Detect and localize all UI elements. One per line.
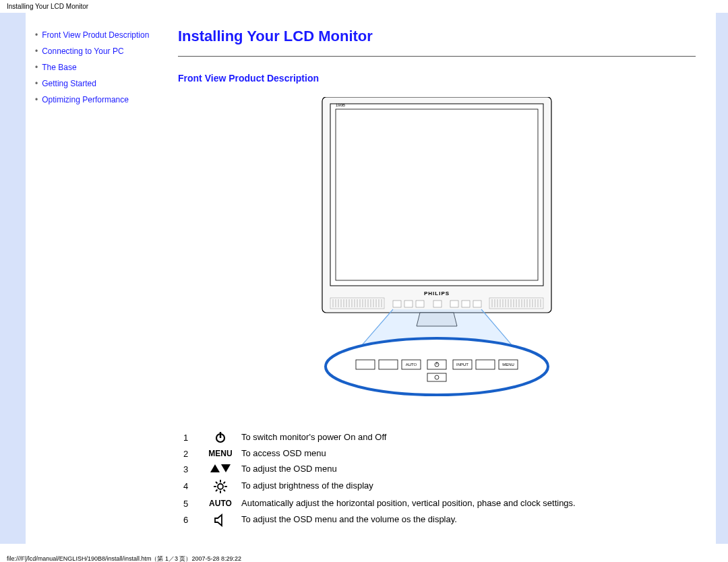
svg-line-76 bbox=[224, 489, 226, 491]
svg-rect-59 bbox=[476, 360, 495, 369]
power-icon bbox=[204, 431, 237, 444]
svg-line-77 bbox=[216, 489, 218, 491]
legend-row-1: 1 To switch monitor's power On and Off bbox=[179, 429, 694, 446]
auto-label: AUTO bbox=[204, 499, 237, 508]
svg-rect-46 bbox=[433, 301, 442, 307]
page-container: •Front View Produt Description •Connecti… bbox=[0, 13, 728, 544]
main-content: Installing Your LCD Monitor Front View P… bbox=[173, 13, 716, 544]
svg-rect-2 bbox=[336, 109, 538, 280]
model-label: 190B bbox=[336, 103, 345, 107]
section-heading: Front View Product Description bbox=[178, 73, 696, 84]
legend-table: 1 To switch monitor's power On and Off 2… bbox=[178, 427, 696, 530]
page-title: Installing Your LCD Monitor bbox=[178, 25, 696, 56]
svg-rect-44 bbox=[404, 301, 413, 307]
sidebar-item-gettingstarted[interactable]: •Getting Started bbox=[35, 79, 166, 88]
svg-line-75 bbox=[216, 482, 218, 484]
speaker-left bbox=[330, 298, 384, 309]
svg-rect-53 bbox=[379, 360, 398, 369]
monitor-figure: 190B PHILIPS bbox=[178, 97, 696, 400]
sidebar-item-frontview[interactable]: •Front View Produt Description bbox=[35, 30, 166, 40]
svg-rect-52 bbox=[356, 360, 375, 369]
legend-row-3: 3 To adjust the OSD menu bbox=[179, 462, 694, 477]
svg-text:AUTO: AUTO bbox=[406, 363, 417, 367]
left-accent-bar bbox=[0, 13, 26, 544]
svg-marker-79 bbox=[215, 515, 222, 526]
sidebar-nav: •Front View Produt Description •Connecti… bbox=[26, 13, 173, 544]
legend-row-2: 2 MENU To access OSD menu bbox=[179, 446, 694, 462]
svg-rect-45 bbox=[416, 301, 424, 307]
legend-row-4: 4 To adjust brightness of the display bbox=[179, 477, 694, 496]
window-title: Installing Your LCD Monitor bbox=[0, 0, 728, 13]
sidebar-item-base[interactable]: •The Base bbox=[35, 63, 166, 72]
footer-filepath: file:///F|/lcd/manual/ENGLISH/190B8/inst… bbox=[0, 551, 728, 562]
svg-rect-47 bbox=[450, 301, 458, 307]
right-accent-bar bbox=[716, 13, 728, 544]
bezel-buttons bbox=[393, 301, 481, 307]
sidebar-item-connecting[interactable]: •Connecting to Your PC bbox=[35, 46, 166, 56]
brightness-icon bbox=[204, 479, 237, 494]
divider bbox=[178, 56, 696, 57]
svg-line-78 bbox=[224, 482, 226, 484]
legend-row-5: 5 AUTO Automatically adjust the horizont… bbox=[179, 496, 694, 511]
monitor-illustration: 190B PHILIPS bbox=[315, 97, 558, 400]
legend-row-6: 6 To adjust the OSD menu and the volume … bbox=[179, 511, 694, 529]
svg-marker-69 bbox=[221, 464, 231, 472]
svg-rect-49 bbox=[473, 301, 481, 307]
arrows-icon bbox=[204, 464, 237, 474]
svg-rect-43 bbox=[393, 301, 401, 307]
svg-text:INPUT: INPUT bbox=[456, 363, 468, 367]
svg-text:MENU: MENU bbox=[502, 363, 514, 367]
svg-rect-48 bbox=[462, 301, 470, 307]
svg-rect-64 bbox=[427, 373, 446, 381]
speaker-right bbox=[489, 298, 543, 309]
brand-label: PHILIPS bbox=[424, 290, 450, 296]
svg-point-70 bbox=[218, 484, 223, 489]
volume-icon bbox=[204, 513, 237, 527]
svg-marker-68 bbox=[210, 464, 220, 472]
sidebar-item-optimizing[interactable]: •Optimizing Performance bbox=[35, 95, 166, 104]
menu-label: MENU bbox=[204, 449, 237, 458]
